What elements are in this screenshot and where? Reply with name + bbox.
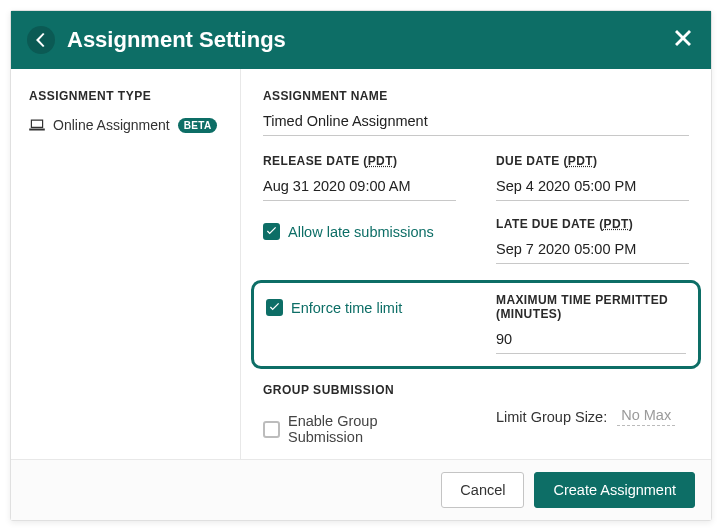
assignment-name-input[interactable] [263, 109, 689, 136]
assignment-settings-modal: Assignment Settings ASSIGNMENT TYPE Onli… [10, 10, 712, 521]
modal-header: Assignment Settings [11, 11, 711, 69]
sidebar: ASSIGNMENT TYPE Online Assignment BETA [11, 69, 241, 459]
modal-title: Assignment Settings [67, 27, 671, 53]
sidebar-item-label: Online Assignment [53, 117, 170, 133]
beta-badge: BETA [178, 118, 218, 133]
modal-body: ASSIGNMENT TYPE Online Assignment BETA A… [11, 69, 711, 459]
max-time-label: MAXIMUM TIME PERMITTED (MINUTES) [496, 293, 686, 321]
create-assignment-button[interactable]: Create Assignment [534, 472, 695, 508]
release-date-input[interactable] [263, 174, 456, 201]
late-due-date-label: LATE DUE DATE (PDT) [496, 217, 689, 231]
enforce-time-limit-label: Enforce time limit [291, 300, 402, 316]
enable-group-checkbox[interactable]: Enable Group Submission [263, 413, 456, 445]
allow-late-checkbox[interactable]: Allow late submissions [263, 223, 456, 240]
group-submission-heading: GROUP SUBMISSION [263, 383, 689, 397]
due-date-input[interactable] [496, 174, 689, 201]
sidebar-heading: ASSIGNMENT TYPE [29, 89, 222, 103]
laptop-icon [29, 118, 45, 132]
cancel-button[interactable]: Cancel [441, 472, 524, 508]
limit-group-size-field: Limit Group Size: No Max [496, 407, 689, 426]
limit-group-size-label: Limit Group Size: [496, 409, 607, 425]
checkbox-checked-icon [266, 299, 283, 316]
release-date-label: RELEASE DATE (PDT) [263, 154, 456, 168]
main-content: ASSIGNMENT NAME RELEASE DATE (PDT) DUE D… [241, 69, 711, 459]
back-button[interactable] [27, 26, 55, 54]
late-due-date-input[interactable] [496, 237, 689, 264]
chevron-left-icon [36, 33, 46, 47]
due-date-label: DUE DATE (PDT) [496, 154, 689, 168]
close-icon [675, 30, 691, 46]
sidebar-item-online-assignment[interactable]: Online Assignment BETA [29, 117, 222, 133]
time-limit-highlight: Enforce time limit MAXIMUM TIME PERMITTE… [251, 280, 701, 369]
checkbox-empty-icon [263, 421, 280, 438]
modal-footer: Cancel Create Assignment [11, 459, 711, 520]
close-button[interactable] [671, 26, 695, 54]
allow-late-label: Allow late submissions [288, 224, 434, 240]
checkbox-checked-icon [263, 223, 280, 240]
enforce-time-limit-checkbox[interactable]: Enforce time limit [266, 299, 456, 316]
assignment-name-label: ASSIGNMENT NAME [263, 89, 689, 103]
limit-group-size-input[interactable]: No Max [617, 407, 675, 426]
enable-group-label: Enable Group Submission [288, 413, 456, 445]
max-time-input[interactable] [496, 327, 686, 354]
